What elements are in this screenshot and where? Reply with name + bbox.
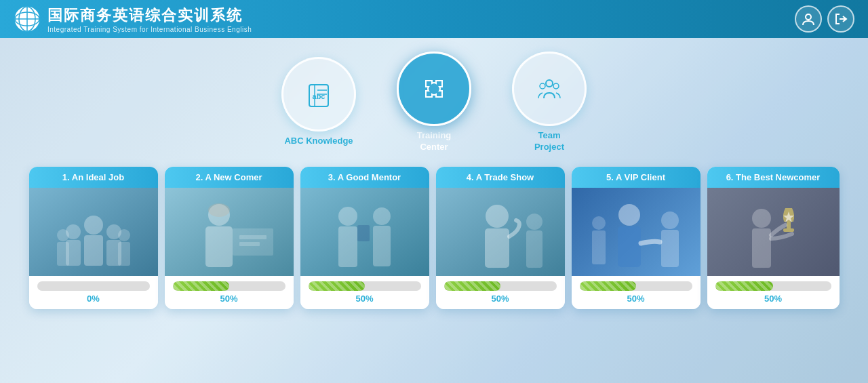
card-2-footer: 50%: [165, 276, 294, 309]
nav-circles: abc ABC Knowledge TrainingCenter: [281, 52, 587, 153]
card-4[interactable]: 4. A Trade Show: [436, 167, 565, 309]
card-2-progress-bar: [173, 281, 285, 291]
card-6[interactable]: 6. The Best Newcomer: [707, 167, 840, 309]
main-content: abc ABC Knowledge TrainingCenter: [0, 38, 868, 383]
svg-rect-31: [205, 226, 233, 267]
svg-rect-48: [661, 230, 679, 267]
card-5-progress-fill: [580, 281, 636, 291]
svg-point-12: [546, 80, 553, 87]
card-6-progress-fill: [715, 281, 774, 291]
card-5[interactable]: 5. A VIP Client: [572, 167, 701, 309]
svg-rect-35: [338, 226, 357, 267]
card-5-progress-label: 50%: [627, 294, 644, 304]
user-icon: [801, 12, 816, 26]
user-profile-button[interactable]: [795, 5, 822, 33]
card-4-progress-fill: [444, 281, 500, 291]
svg-point-37: [373, 207, 391, 225]
book-icon: abc: [305, 81, 332, 108]
nav-abc-knowledge[interactable]: abc ABC Knowledge: [281, 57, 356, 147]
training-circle: [397, 52, 471, 126]
card-3[interactable]: 3. A Good Mentor: [300, 167, 429, 309]
card-6-title: 6. The Best Newcomer: [707, 167, 840, 188]
puzzle-icon: [419, 74, 449, 104]
card-1-progress-label: 0%: [87, 294, 100, 304]
card-6-progress-bar: [715, 281, 831, 291]
svg-point-52: [752, 209, 771, 228]
card-2-progress-fill: [173, 281, 229, 291]
header-title: 国际商务英语综合实训系统 Integrated Training System …: [47, 5, 252, 33]
card-4-illustration: [436, 188, 565, 276]
svg-rect-23: [118, 242, 130, 266]
team-circle: [512, 52, 587, 126]
abc-label: ABC Knowledge: [284, 136, 353, 147]
logo-icon: [14, 5, 41, 33]
card-5-illustration: [572, 188, 701, 276]
card-1-illustration: [29, 188, 158, 276]
svg-point-13: [540, 83, 545, 89]
team-label: TeamProject: [534, 130, 564, 153]
card-5-progress-bar: [580, 281, 692, 291]
card-2-image: [165, 188, 294, 276]
svg-point-49: [592, 216, 606, 230]
logout-button[interactable]: [827, 5, 854, 33]
card-3-progress-label: 50%: [355, 294, 373, 304]
svg-rect-25: [57, 242, 69, 266]
svg-rect-43: [526, 230, 542, 268]
svg-point-32: [208, 203, 230, 217]
card-3-illustration: [300, 188, 429, 276]
card-4-image: [436, 188, 565, 276]
svg-point-5: [806, 14, 811, 20]
title-sub: Integrated Training System for Internati…: [47, 26, 252, 33]
svg-point-42: [526, 214, 542, 230]
header: 国际商务英语综合实训系统 Integrated Training System …: [0, 0, 868, 38]
svg-text:abc: abc: [313, 92, 326, 100]
card-6-footer: 50%: [707, 276, 840, 309]
card-4-title: 4. A Trade Show: [436, 167, 565, 188]
card-1-title: 1. An Ideal Job: [29, 167, 158, 188]
card-3-image: [300, 188, 429, 276]
card-3-footer: 50%: [300, 276, 429, 309]
logout-icon: [833, 12, 848, 26]
svg-point-24: [57, 229, 69, 241]
svg-rect-50: [592, 230, 606, 264]
card-5-image: [572, 188, 701, 276]
title-main: 国际商务英语综合实训系统: [47, 5, 252, 26]
svg-rect-29: [239, 242, 260, 246]
svg-rect-17: [84, 235, 103, 266]
card-4-progress-bar: [444, 281, 557, 291]
abc-circle: abc: [281, 57, 356, 132]
svg-point-40: [486, 205, 509, 228]
card-2-title: 2. A New Comer: [165, 167, 294, 188]
card-3-progress-fill: [309, 281, 365, 291]
card-1-footer: 0%: [29, 276, 158, 309]
nav-team-project[interactable]: TeamProject: [512, 52, 587, 153]
svg-rect-53: [752, 228, 771, 268]
svg-rect-28: [239, 235, 267, 239]
svg-point-16: [84, 216, 103, 235]
cards-row: 1. An Ideal Job: [0, 167, 868, 309]
svg-rect-46: [618, 226, 641, 267]
card-1[interactable]: 1. An Ideal Job: [29, 167, 158, 309]
svg-point-47: [661, 211, 679, 229]
svg-point-45: [618, 204, 640, 226]
card-4-progress-label: 50%: [491, 294, 509, 304]
card-5-title: 5. A VIP Client: [572, 167, 701, 188]
card-1-image: [29, 188, 158, 276]
svg-rect-38: [373, 226, 391, 266]
team-icon: [536, 75, 563, 102]
card-3-title: 3. A Good Mentor: [300, 167, 429, 188]
card-2-progress-label: 50%: [220, 294, 237, 304]
training-label: TrainingCenter: [417, 130, 452, 153]
card-6-image: [707, 188, 840, 276]
svg-rect-36: [357, 225, 370, 241]
card-5-footer: 50%: [572, 276, 701, 309]
logo-area: 国际商务英语综合实训系统 Integrated Training System …: [14, 5, 252, 33]
svg-point-22: [118, 229, 130, 241]
svg-point-34: [338, 207, 357, 226]
nav-training-center[interactable]: TrainingCenter: [397, 52, 471, 153]
svg-point-14: [553, 83, 559, 89]
card-3-progress-bar: [309, 281, 421, 291]
card-4-footer: 50%: [436, 276, 565, 309]
card-2-illustration: [165, 188, 294, 276]
card-2[interactable]: 2. A New Comer: [165, 167, 294, 309]
